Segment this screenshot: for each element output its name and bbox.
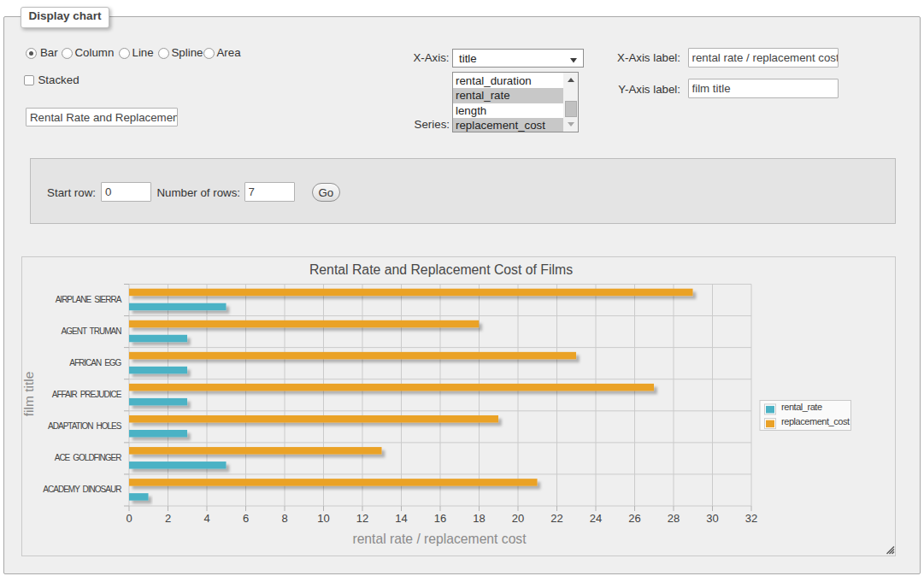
svg-text:replacement_cost: replacement_cost bbox=[781, 416, 850, 426]
svg-text:AGENT TRUMAN: AGENT TRUMAN bbox=[62, 326, 122, 336]
svg-text:AFFAIR PREJUDICE: AFFAIR PREJUDICE bbox=[52, 390, 122, 399]
svg-text:AFRICAN EGG: AFRICAN EGG bbox=[69, 358, 121, 367]
svg-text:24: 24 bbox=[590, 512, 602, 525]
svg-text:20: 20 bbox=[512, 512, 524, 525]
svg-text:2: 2 bbox=[165, 512, 171, 525]
svg-text:8: 8 bbox=[281, 512, 287, 525]
svg-text:12: 12 bbox=[356, 512, 368, 525]
svg-text:16: 16 bbox=[434, 512, 446, 525]
svg-text:28: 28 bbox=[668, 512, 680, 525]
svg-text:film title: film title bbox=[22, 372, 36, 417]
svg-text:4: 4 bbox=[203, 512, 209, 525]
svg-text:rental_rate: rental_rate bbox=[781, 402, 822, 412]
svg-text:0: 0 bbox=[126, 512, 132, 525]
svg-text:30: 30 bbox=[706, 512, 718, 525]
svg-text:ACADEMY DINOSAUR: ACADEMY DINOSAUR bbox=[43, 485, 121, 494]
svg-text:18: 18 bbox=[473, 512, 485, 525]
svg-text:32: 32 bbox=[745, 512, 757, 525]
svg-text:6: 6 bbox=[243, 512, 249, 525]
svg-text:Rental Rate and Replacement Co: Rental Rate and Replacement Cost of Film… bbox=[309, 262, 573, 277]
svg-text:rental rate / replacement cost: rental rate / replacement cost bbox=[352, 532, 527, 546]
svg-text:14: 14 bbox=[395, 512, 407, 525]
svg-text:ADAPTATION HOLES: ADAPTATION HOLES bbox=[48, 421, 122, 431]
svg-text:AIRPLANE SIERRA: AIRPLANE SIERRA bbox=[56, 295, 122, 304]
svg-text:10: 10 bbox=[317, 512, 329, 525]
svg-text:26: 26 bbox=[628, 512, 640, 525]
svg-text:ACE GOLDFINGER: ACE GOLDFINGER bbox=[55, 453, 121, 462]
svg-text:22: 22 bbox=[550, 512, 562, 525]
